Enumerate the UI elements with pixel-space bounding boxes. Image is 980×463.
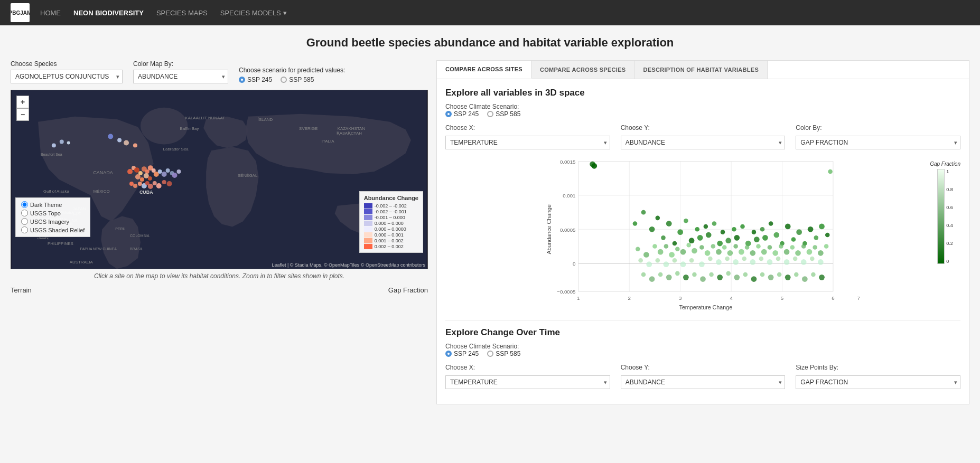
svg-point-180 — [742, 257, 746, 261]
scatter-container: 0.0015 0.001 0.0005 0 −0.0005 1 2 3 4 5 — [445, 156, 960, 314]
scenario-options: SSP 245 SSP 585 — [239, 76, 345, 83]
climate-options-1: SSP 245 SSP 585 — [445, 110, 960, 118]
climate-ssp585-1[interactable]: SSP 585 — [487, 110, 520, 118]
theme-usgs-topo[interactable]: USGS Topo — [21, 210, 85, 216]
right-content: Explore all variables in 3D space Choose… — [437, 79, 969, 404]
legend-row-8: 0.002 – 0.002 — [364, 244, 418, 249]
svg-point-196 — [692, 272, 697, 277]
color-by-group: Color By: GAP FRACTION — [796, 124, 960, 149]
x2-axis-select[interactable]: TEMPERATURE — [445, 375, 610, 389]
tab-compare-sites[interactable]: COMPARE ACROSS SITES — [437, 61, 531, 79]
scenario-ssp585[interactable]: SSP 585 — [281, 76, 314, 83]
axis-row-2: Choose X: TEMPERATURE Choose Y: — [445, 364, 960, 389]
svg-point-159 — [779, 244, 783, 249]
x-axis-select[interactable]: TEMPERATURE — [445, 136, 610, 149]
svg-point-60 — [129, 182, 134, 186]
map-theme-panel: Dark Theme USGS Topo USGS Imagery USGS S… — [15, 197, 90, 237]
svg-point-184 — [776, 257, 781, 261]
svg-point-171 — [664, 261, 669, 267]
legend-color-7 — [364, 238, 372, 243]
nav-species-models[interactable]: SPECIES MODELS ▾ — [220, 9, 287, 17]
svg-point-205 — [768, 275, 774, 280]
svg-point-124 — [769, 221, 773, 226]
svg-point-55 — [162, 172, 167, 177]
svg-point-107 — [689, 238, 695, 243]
svg-text:0.0015: 0.0015 — [560, 159, 575, 165]
theme-usgs-shaded[interactable]: USGS Shaded Relief — [21, 226, 85, 233]
legend-row-4: 0.000 – 0.000 — [364, 221, 418, 226]
climate-ssp245-2[interactable]: SSP 245 — [445, 350, 479, 357]
svg-point-204 — [760, 272, 765, 277]
x-axis-select-wrap: TEMPERATURE — [445, 136, 610, 149]
navbar: PB GJAM HOME NEON BIODIVERSITY SPECIES M… — [0, 0, 980, 25]
svg-point-125 — [773, 232, 779, 238]
nav-home[interactable]: HOME — [40, 9, 61, 17]
svg-point-211 — [819, 275, 825, 280]
species-select-wrap: AGONOLEPTUS CONJUNCTUS — [11, 70, 123, 83]
y-axis-select[interactable]: ABUNDANCE — [621, 136, 786, 149]
climate-ssp245-1[interactable]: SSP 245 — [445, 110, 479, 118]
y-axis-group: Choose Y: ABUNDANCE — [621, 124, 786, 149]
svg-point-118 — [740, 224, 745, 229]
y2-axis-group: Choose Y: ABUNDANCE — [621, 364, 786, 389]
gf-gradient-bar — [937, 169, 945, 264]
size-by-select[interactable]: GAP FRACTION — [796, 375, 960, 389]
legend-row-6: 0.000 – 0.001 — [364, 232, 418, 238]
theme-usgs-imagery[interactable]: USGS Imagery — [21, 218, 85, 225]
svg-point-146 — [705, 250, 711, 256]
svg-text:0: 0 — [573, 261, 575, 267]
climate-dot-585-2 — [487, 351, 493, 357]
zoom-out-button[interactable]: − — [16, 108, 29, 121]
svg-point-188 — [810, 257, 815, 261]
zoom-in-button[interactable]: + — [16, 96, 29, 108]
gap-fraction-label: Gap Fraction — [388, 286, 428, 294]
y2-axis-select[interactable]: ABUNDANCE — [621, 375, 786, 389]
theme-dark[interactable]: Dark Theme — [21, 201, 85, 208]
map-container[interactable]: CANADA RUSSIA РОССИЯ MÉXICO COLOMBIA BRA… — [11, 90, 428, 269]
tab-habitat-vars[interactable]: DESCRIPTION OF HABITAT VARIABLES — [634, 61, 768, 79]
svg-point-39 — [60, 139, 64, 144]
svg-point-203 — [751, 276, 757, 282]
climate-ssp585-2[interactable]: SSP 585 — [487, 350, 520, 357]
svg-point-98 — [633, 221, 638, 226]
svg-text:PERU: PERU — [115, 227, 125, 231]
svg-point-40 — [67, 141, 70, 144]
svg-point-52 — [148, 176, 152, 181]
nav-neon-biodiversity[interactable]: NEON BIODIVERSITY — [73, 9, 144, 17]
svg-point-207 — [785, 275, 791, 280]
svg-point-209 — [802, 276, 808, 282]
scenario-group: Choose scenario for predicted values: SS… — [239, 67, 345, 83]
svg-text:Abundance Change: Abundance Change — [546, 204, 552, 254]
svg-point-151 — [733, 244, 738, 249]
climate-row-2: Choose Climate Scenario: SSP 245 SSP 585 — [445, 342, 960, 357]
page-content: Ground beetle species abundance and habi… — [0, 25, 980, 415]
climate-label-1: Choose Climate Scenario: — [445, 103, 519, 110]
svg-point-168 — [638, 258, 643, 263]
colormap-select[interactable]: ABUNDANCE — [133, 70, 228, 83]
colormap-select-wrap: ABUNDANCE — [133, 70, 228, 83]
svg-text:CANADA: CANADA — [93, 170, 113, 175]
size-by-select-wrap: GAP FRACTION — [796, 375, 960, 389]
color-by-select[interactable]: GAP FRACTION — [796, 136, 960, 149]
svg-point-116 — [732, 227, 736, 232]
svg-point-69 — [167, 181, 172, 186]
section-3d-space: Explore all variables in 3D space Choose… — [445, 88, 960, 314]
svg-point-145 — [699, 245, 704, 250]
legend-gradient: -0.002 – -0.002 -0.002 – -0.001 -0.001 –… — [364, 203, 418, 249]
svg-point-128 — [791, 237, 796, 242]
svg-point-136 — [643, 252, 649, 258]
svg-point-189 — [818, 259, 824, 265]
svg-text:Labrador Sea: Labrador Sea — [163, 147, 189, 152]
section-time-title: Explore Change Over Time — [445, 327, 960, 338]
svg-point-133 — [819, 224, 825, 230]
nav-species-maps[interactable]: SPECIES MAPS — [156, 9, 208, 17]
svg-point-152 — [739, 249, 744, 255]
legend-color-8 — [364, 244, 372, 249]
tab-compare-species[interactable]: COMPARE ACROSS SPECIES — [531, 61, 634, 79]
scenario-ssp245[interactable]: SSP 245 — [239, 76, 272, 83]
svg-point-169 — [646, 261, 652, 267]
species-select[interactable]: AGONOLEPTUS CONJUNCTUS — [11, 70, 123, 83]
svg-point-58 — [172, 173, 178, 178]
svg-point-56 — [166, 168, 170, 173]
legend-color-1 — [364, 203, 372, 209]
